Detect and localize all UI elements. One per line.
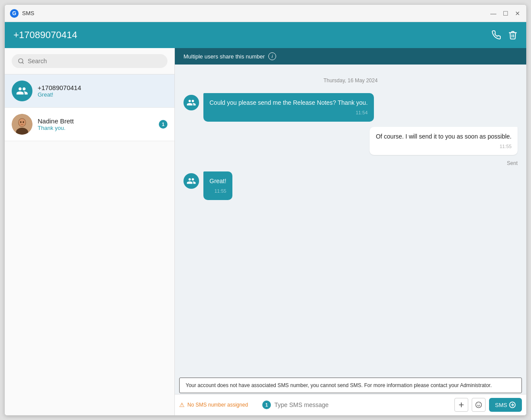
no-sms-label: No SMS number assigned — [187, 402, 248, 408]
close-button[interactable]: ✕ — [514, 10, 521, 17]
contact-name-2: Nadine Brett — [38, 117, 154, 125]
message-input[interactable] — [274, 401, 451, 408]
search-wrapper — [12, 54, 167, 68]
emoji-icon — [475, 401, 482, 408]
trash-icon — [508, 30, 518, 40]
contact-item-1[interactable]: +17089070414 Great! — [5, 74, 174, 108]
chat-banner: Multiple users share this number i — [175, 48, 526, 65]
date-separator: Thursday, 16 May 2024 — [183, 78, 518, 84]
message-time-2: 11:55 — [376, 143, 512, 150]
avatar-1 — [12, 81, 32, 101]
avatar-2 — [12, 114, 32, 135]
chat-area: Multiple users share this number i Thurs… — [175, 48, 526, 415]
info-icon: i — [268, 52, 276, 60]
contact-badge-2: 1 — [159, 120, 167, 129]
no-sms-warning: ⚠ No SMS number assigned — [179, 401, 257, 408]
warning-text: Your account does not have associated SM… — [186, 382, 492, 388]
people-icon-1 — [16, 85, 28, 97]
send-icon — [509, 401, 516, 408]
contact-name-1: +17089070414 — [38, 84, 167, 91]
message-row-1: Could you please send me the Release Not… — [183, 93, 518, 122]
contact-list: +17089070414 Great! — [5, 74, 174, 415]
message-row-3: Great! 11:55 — [183, 171, 518, 200]
svg-line-1 — [22, 62, 23, 64]
people-icon-msg3 — [187, 176, 196, 186]
contact-info-2: Nadine Brett Thank you. — [38, 117, 154, 131]
attach-button[interactable] — [454, 398, 468, 412]
app-body: +17089070414 Great! — [5, 48, 526, 415]
contact-preview-1: Great! — [38, 91, 167, 98]
search-icon — [18, 58, 24, 65]
message-text-3: Great! — [209, 178, 226, 184]
title-bar: G SMS — ☐ ✕ — [5, 5, 526, 22]
contact-info-1: +17089070414 Great! — [38, 84, 167, 98]
message-bubble-1: Could you please send me the Release Not… — [203, 93, 374, 122]
minimize-button[interactable]: — — [490, 10, 497, 17]
svg-point-10 — [476, 402, 481, 407]
person-photo-placeholder — [12, 114, 32, 135]
contact-preview-2: Thank you. — [38, 125, 154, 131]
message-status-2: Sent — [507, 160, 518, 166]
svg-point-7 — [23, 121, 24, 123]
emoji-button[interactable] — [472, 398, 486, 412]
call-button[interactable] — [492, 30, 501, 40]
message-time-3: 11:55 — [209, 187, 226, 195]
search-container — [5, 48, 174, 74]
svg-point-6 — [20, 121, 22, 123]
warning-bar: Your account does not have associated SM… — [179, 378, 522, 393]
header-actions — [492, 30, 518, 40]
people-icon-msg1 — [187, 98, 196, 107]
contact-item-2[interactable]: Nadine Brett Thank you. 1 — [5, 108, 174, 141]
banner-text: Multiple users share this number — [183, 53, 265, 60]
sidebar: +17089070414 Great! — [5, 48, 175, 415]
app-header: +17089070414 — [5, 22, 526, 48]
delete-button[interactable] — [508, 30, 518, 40]
message-time-1: 11:54 — [209, 109, 368, 116]
message-text-1: Could you please send me the Release Not… — [209, 99, 368, 106]
message-bubble-3: Great! 11:55 — [203, 171, 232, 200]
app-logo: G — [10, 9, 19, 18]
message-bubble-2: Of course. I will send it to you as soon… — [370, 127, 518, 155]
window-controls: — ☐ ✕ — [490, 10, 521, 17]
warning-triangle-icon: ⚠ — [179, 401, 185, 408]
svg-point-5 — [19, 119, 26, 126]
title-bar-text: SMS — [22, 10, 490, 16]
send-sms-button[interactable]: SMS — [489, 398, 522, 412]
chat-messages[interactable]: Thursday, 16 May 2024 Could you please s… — [175, 65, 526, 375]
maximize-button[interactable]: ☐ — [502, 10, 509, 17]
message-avatar-3 — [183, 173, 199, 189]
input-bar: ⚠ No SMS number assigned 1 — [175, 394, 526, 415]
app-window: G SMS — ☐ ✕ +17089070414 — [4, 4, 527, 416]
message-row-2: Of course. I will send it to you as soon… — [183, 127, 518, 167]
message-avatar-1 — [183, 95, 199, 110]
send-sms-label: SMS — [495, 402, 507, 408]
plus-icon — [458, 401, 465, 408]
search-input[interactable] — [28, 58, 161, 65]
sms-count-badge: 1 — [262, 401, 271, 409]
message-text-2: Of course. I will send it to you as soon… — [376, 133, 512, 140]
phone-icon — [492, 30, 501, 40]
header-phone-number: +17089070414 — [13, 29, 77, 41]
